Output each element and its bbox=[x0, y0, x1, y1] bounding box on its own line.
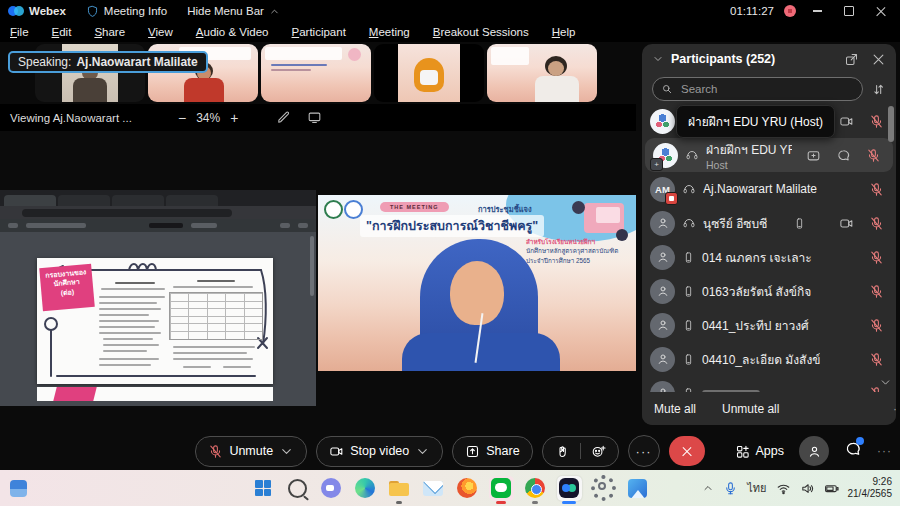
participant-name: 04410_ละเอียด มังสังข์ bbox=[702, 350, 820, 369]
leave-meeting-button[interactable] bbox=[669, 436, 705, 466]
start-button[interactable] bbox=[251, 476, 276, 501]
slide-pre-title: การประชุมชี้แจง bbox=[478, 203, 532, 215]
shield-icon bbox=[86, 5, 99, 18]
screen-share-badge-icon: + bbox=[650, 158, 663, 171]
restore-button[interactable] bbox=[838, 3, 860, 19]
view-display-icon[interactable] bbox=[307, 110, 322, 125]
person-icon bbox=[656, 250, 670, 264]
participant-row[interactable]: AM + Aj.Naowarart Malilate bbox=[642, 172, 896, 206]
pdf-scrollbar[interactable] bbox=[310, 236, 314, 296]
battery-icon[interactable] bbox=[824, 481, 839, 496]
video-thumbnail-5[interactable] bbox=[487, 44, 597, 102]
search-input[interactable] bbox=[679, 82, 854, 96]
wifi-icon[interactable] bbox=[776, 481, 791, 496]
photos-icon[interactable] bbox=[625, 476, 650, 501]
menu-audio-video[interactable]: Audio & Video bbox=[196, 26, 269, 38]
participant-avatar: + bbox=[653, 143, 678, 168]
mail-icon[interactable] bbox=[421, 476, 446, 501]
participant-row[interactable]: + 0441_ประทีป ยาวงศ์ bbox=[642, 308, 896, 342]
settings-icon[interactable] bbox=[591, 476, 616, 501]
line-app-icon[interactable] bbox=[489, 476, 514, 501]
raise-hand-icon[interactable] bbox=[555, 444, 570, 459]
unmute-all-button[interactable]: Unmute all bbox=[722, 402, 779, 416]
participant-row[interactable]: + 0163วลัยรัตน์ สังข์กิจ bbox=[642, 274, 896, 308]
mic-muted-icon bbox=[869, 318, 884, 333]
document-spread: กรอบงานของ นักศึกษา (ต่อ) bbox=[37, 258, 273, 384]
close-panel-icon[interactable] bbox=[871, 52, 886, 67]
participants-toggle-button[interactable] bbox=[799, 436, 829, 466]
video-thumbnail-4[interactable] bbox=[374, 44, 484, 102]
windows-taskbar: ไทย 9:2621/4/2565 bbox=[0, 470, 900, 506]
participant-row[interactable]: + ฝ่ายฝึกฯ EDU YRU Host bbox=[645, 138, 893, 172]
chevron-down-icon[interactable] bbox=[279, 444, 294, 459]
chat-bubble-icon bbox=[836, 148, 851, 163]
participant-avatar: + bbox=[650, 347, 675, 372]
chevron-up-icon bbox=[269, 6, 280, 17]
presenter-face bbox=[450, 261, 504, 325]
annotate-pen-icon[interactable] bbox=[276, 110, 291, 125]
zoom-in-button[interactable]: + bbox=[230, 110, 238, 126]
pop-out-icon[interactable] bbox=[844, 52, 859, 67]
person-icon bbox=[656, 318, 670, 332]
panel-more-button[interactable]: ··· bbox=[877, 444, 892, 458]
person-icon bbox=[656, 216, 670, 230]
panel-scrollbar[interactable] bbox=[888, 106, 894, 372]
zoom-level: 34% bbox=[196, 111, 220, 125]
presenter-body bbox=[402, 333, 560, 371]
speaker-icon[interactable] bbox=[800, 481, 815, 496]
tray-mic-icon[interactable] bbox=[723, 481, 738, 496]
participant-row[interactable]: + 04410_ละเอียด มังสังข์ bbox=[642, 342, 896, 376]
chrome-icon[interactable] bbox=[523, 476, 548, 501]
menu-meeting[interactable]: Meeting bbox=[369, 26, 410, 38]
emoji-reactions-icon[interactable] bbox=[591, 444, 606, 459]
participant-row[interactable]: + นุซรีย์ อีซบซี bbox=[642, 206, 896, 240]
chevron-down-icon[interactable] bbox=[415, 444, 430, 459]
participant-row[interactable]: + bbox=[642, 376, 896, 392]
menu-share[interactable]: Share bbox=[94, 26, 125, 38]
menu-participant[interactable]: Participant bbox=[292, 26, 346, 38]
participants-more-button[interactable]: ··· bbox=[893, 402, 896, 416]
share-button[interactable]: Share bbox=[452, 436, 532, 467]
participant-row[interactable]: + 014 ณภคกร เจะเลาะ bbox=[642, 240, 896, 274]
scroll-down-chevron-icon[interactable] bbox=[879, 376, 892, 389]
teams-chat-icon[interactable] bbox=[319, 476, 344, 501]
chat-toggle-button[interactable] bbox=[844, 440, 862, 462]
webex-taskbar-icon[interactable] bbox=[557, 476, 582, 501]
participants-search[interactable] bbox=[652, 77, 863, 101]
menu-breakout-sessions[interactable]: Breakout Sessions bbox=[433, 26, 529, 38]
apps-button[interactable]: Apps bbox=[735, 444, 785, 459]
doc-table bbox=[169, 292, 263, 340]
tray-chevron-up-icon[interactable] bbox=[702, 482, 714, 494]
video-thumbnail-3[interactable] bbox=[261, 44, 371, 102]
collapse-chevron-icon[interactable] bbox=[652, 53, 664, 65]
hide-menu-bar-button[interactable]: Hide Menu Bar bbox=[187, 5, 280, 17]
language-indicator[interactable]: ไทย bbox=[747, 479, 766, 497]
edge-browser-icon[interactable] bbox=[353, 476, 378, 501]
pdf-toolbar bbox=[0, 219, 316, 232]
stop-video-button[interactable]: Stop video bbox=[316, 436, 443, 467]
menu-help[interactable]: Help bbox=[552, 26, 576, 38]
more-options-button[interactable]: ··· bbox=[628, 435, 660, 467]
mic-muted-icon bbox=[869, 352, 884, 367]
file-explorer-icon[interactable] bbox=[387, 476, 412, 501]
widgets-button[interactable] bbox=[10, 480, 27, 497]
speaking-badge: Speaking: Aj.Naowarart Malilate bbox=[8, 51, 208, 73]
menu-file[interactable]: File bbox=[10, 26, 29, 38]
zoom-out-button[interactable]: − bbox=[178, 110, 186, 126]
unmute-button[interactable]: Unmute bbox=[195, 436, 307, 467]
mic-muted-icon bbox=[869, 216, 884, 231]
sort-icon[interactable] bbox=[871, 82, 886, 97]
taskbar-clock[interactable]: 9:2621/4/2565 bbox=[848, 476, 893, 501]
menu-view[interactable]: View bbox=[148, 26, 173, 38]
menu-edit[interactable]: Edit bbox=[52, 26, 72, 38]
recording-indicator-icon[interactable] bbox=[784, 5, 796, 17]
mute-all-button[interactable]: Mute all bbox=[654, 402, 696, 416]
meeting-info-button[interactable]: Meeting Info bbox=[86, 5, 167, 18]
firefox-icon[interactable] bbox=[455, 476, 480, 501]
taskbar-search-button[interactable] bbox=[285, 476, 310, 501]
browser-tab bbox=[58, 195, 110, 206]
close-button[interactable] bbox=[870, 3, 892, 19]
mobile-phone-icon bbox=[682, 319, 695, 332]
minimize-button[interactable] bbox=[806, 3, 828, 19]
headset-icon bbox=[682, 216, 696, 230]
